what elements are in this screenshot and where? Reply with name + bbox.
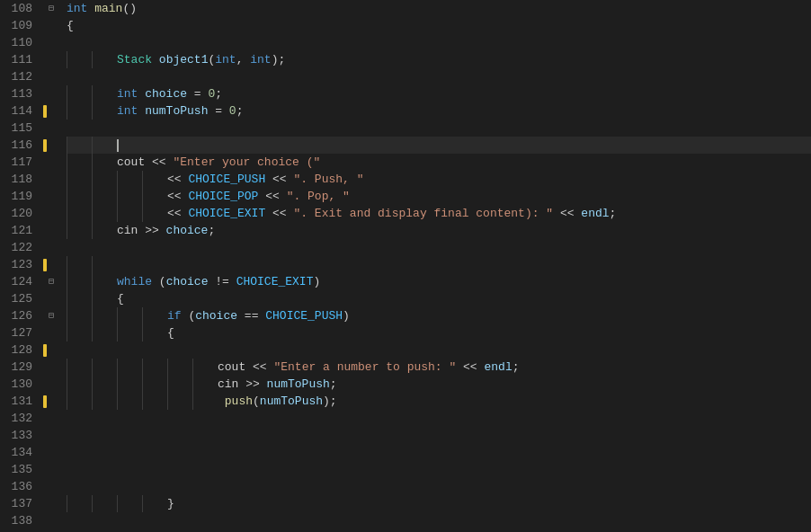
indent-guide xyxy=(92,188,117,205)
indent-guide xyxy=(142,188,167,205)
token-str: "Enter your choice (" xyxy=(173,154,320,171)
token-plain: << xyxy=(553,205,581,222)
gutter-cell xyxy=(43,120,59,137)
token-plain: ( xyxy=(253,393,260,410)
gutter-cell xyxy=(43,478,59,495)
indent-guide xyxy=(167,376,192,393)
indent-guide xyxy=(67,307,92,324)
indent-guide xyxy=(142,393,167,410)
token-kw: int xyxy=(117,102,138,120)
code-line: << CHOICE_POP << ". Pop, " xyxy=(67,188,811,205)
token-plain: { xyxy=(67,17,74,34)
indent-guide xyxy=(67,188,92,205)
indent-guide xyxy=(192,393,218,410)
gutter-cell xyxy=(43,427,59,444)
indent-guide xyxy=(117,324,142,341)
gutter-cell xyxy=(43,461,59,478)
indent-guide xyxy=(142,324,167,341)
line-number: 118 xyxy=(7,171,36,188)
token-str: ". Push, " xyxy=(293,171,363,188)
gutter-cell xyxy=(43,376,59,393)
token-fn: main xyxy=(94,0,122,17)
indent-guide xyxy=(67,222,92,239)
token-plain xyxy=(138,85,145,102)
code-line xyxy=(67,410,811,427)
code-line: if (choice == CHOICE_PUSH) xyxy=(67,307,811,324)
fold-icon[interactable]: ⊟ xyxy=(46,4,57,14)
code-line: Stack object1(int, int); xyxy=(67,51,811,68)
indent-guide xyxy=(92,256,117,273)
fold-icon[interactable]: ⊟ xyxy=(46,277,57,288)
line-number: 119 xyxy=(7,188,36,205)
bookmark-indicator xyxy=(43,344,47,357)
token-plain: << xyxy=(167,171,188,188)
token-kw: int xyxy=(250,51,271,68)
gutter-cell xyxy=(43,17,59,34)
gutter-cell xyxy=(43,393,59,410)
token-plain: , xyxy=(236,51,251,68)
code-line xyxy=(67,34,811,51)
gutter-cell: ⊟ xyxy=(43,307,59,324)
indent-guide xyxy=(92,154,117,171)
token-const-color: CHOICE_PUSH xyxy=(265,307,343,324)
gutter-cell xyxy=(43,68,59,85)
token-plain: << xyxy=(456,359,484,376)
code-lines[interactable]: int main(){ Stack object1(int, int); int… xyxy=(59,0,811,532)
indent-guide xyxy=(92,171,117,188)
code-line: int numToPush = 0; xyxy=(67,102,811,120)
token-kw: if xyxy=(167,307,182,324)
indent-guide xyxy=(92,85,117,102)
code-line: { xyxy=(67,324,811,341)
code-line xyxy=(67,478,811,495)
indent-guide xyxy=(67,324,92,341)
token-var: object1 xyxy=(159,51,209,68)
line-number: 116 xyxy=(7,137,36,154)
token-plain: () xyxy=(122,0,137,17)
indent-guide xyxy=(92,273,117,290)
code-line xyxy=(67,239,811,256)
gutter-cell xyxy=(43,188,59,205)
line-number: 117 xyxy=(7,154,36,171)
indent-guide xyxy=(92,359,117,376)
code-line: while (choice != CHOICE_EXIT) xyxy=(67,273,811,290)
indent-guide xyxy=(117,393,142,410)
indent-guide xyxy=(92,495,117,512)
gutter-cell xyxy=(43,239,59,256)
gutter-cell xyxy=(43,512,59,529)
token-num: 0 xyxy=(208,85,215,102)
line-number: 109 xyxy=(7,17,36,34)
token-plain: == xyxy=(237,307,265,324)
indent-guide xyxy=(117,171,142,188)
token-plain: cin >> xyxy=(117,222,166,239)
token-str: "Enter a number to push: " xyxy=(273,359,456,376)
gutter-cell xyxy=(43,85,59,102)
token-var: choice xyxy=(166,222,209,239)
line-number: 121 xyxy=(7,222,36,239)
token-plain: cout << xyxy=(218,359,273,376)
indent-guide xyxy=(142,495,167,512)
code-line xyxy=(67,256,811,273)
line-number: 136 xyxy=(7,478,36,495)
token-plain: ); xyxy=(323,393,337,410)
token-plain: ; xyxy=(610,205,617,222)
line-number: 129 xyxy=(7,359,36,376)
gutter-cell xyxy=(43,154,59,171)
gutter-cell xyxy=(43,102,59,120)
line-number: 115 xyxy=(7,120,36,137)
code-editor: 1081091101111121131141151161171181191201… xyxy=(0,0,811,532)
token-str: ". Pop, " xyxy=(287,188,350,205)
code-line xyxy=(67,137,811,154)
indent-guide xyxy=(67,154,92,171)
bookmark-indicator xyxy=(43,395,47,408)
token-plain: cout << xyxy=(117,154,173,171)
code-line: cout << "Enter your choice (" xyxy=(67,154,811,171)
fold-icon[interactable]: ⊟ xyxy=(46,311,57,322)
indent-guide xyxy=(67,171,92,188)
indent-guide xyxy=(167,359,192,376)
indent-guide xyxy=(167,393,192,410)
line-number: 114 xyxy=(7,102,36,120)
token-kw: int xyxy=(117,85,138,102)
line-number: 126 xyxy=(7,307,36,324)
code-line: << CHOICE_PUSH << ". Push, " xyxy=(67,171,811,188)
indent-guide xyxy=(67,102,92,120)
